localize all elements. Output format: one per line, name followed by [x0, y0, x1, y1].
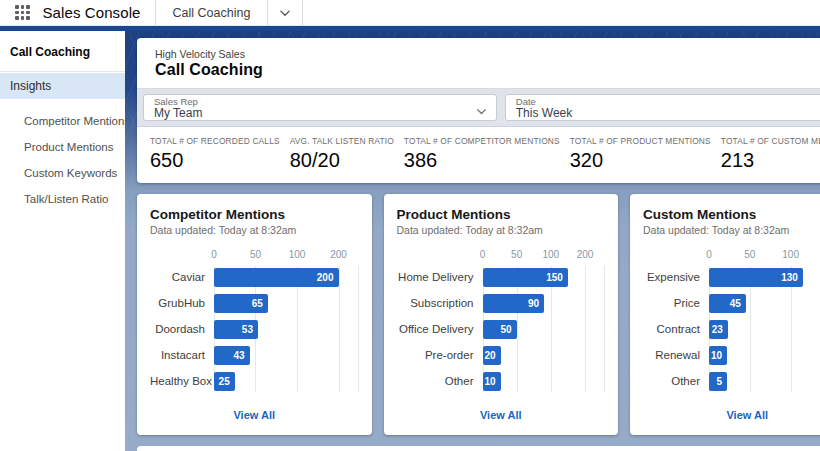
bar[interactable]: 150	[483, 268, 568, 287]
category-label: Renewal	[643, 349, 709, 361]
bar[interactable]: 65	[214, 294, 268, 313]
category-label: Caviar	[150, 271, 214, 283]
sidebar-item-custom-keywords[interactable]: Custom Keywords	[0, 160, 125, 186]
view-all-link[interactable]: View All	[480, 409, 522, 421]
category-label: Other	[397, 375, 483, 387]
bar-track: 53	[214, 320, 359, 339]
axis-tick: 100	[542, 249, 559, 260]
bar-track: 150	[483, 268, 606, 287]
sidebar-item-insights[interactable]: Insights	[0, 73, 125, 99]
card-subtitle: Data updated: Today at 8:32am	[643, 224, 820, 236]
bar[interactable]: 43	[214, 346, 250, 365]
date-filter[interactable]: Date This Week	[505, 94, 820, 121]
view-all-link[interactable]: View All	[233, 409, 275, 421]
bar[interactable]: 20	[483, 346, 501, 365]
product-mentions-card: Product Mentions Data updated: Today at …	[384, 194, 619, 435]
bar-row: Subscription90	[397, 290, 606, 316]
category-label: Home Delivery	[397, 271, 483, 283]
bar-value: 90	[528, 298, 539, 309]
bar-track: 65	[214, 294, 359, 313]
axis-tick: 200	[330, 249, 347, 260]
custom-mentions-bar-chart: 050100200 Expensive130Price45Contract23R…	[643, 249, 820, 394]
kpi-custom-mentions: TOTAL # OF CUSTOM MENTIONS 213	[721, 136, 820, 183]
bar-row: Other10	[397, 368, 606, 394]
competitor-mentions-bar-chart: 050100200 Caviar200GrubHub65Doordash53In…	[150, 249, 359, 394]
bar-value: 45	[730, 298, 741, 309]
bar-value: 65	[252, 298, 263, 309]
bar[interactable]: 10	[483, 372, 501, 391]
bar-row: Pre-order20	[397, 342, 606, 368]
card-title: Product Mentions	[397, 207, 606, 222]
competitor-mentions-card: Competitor Mentions Data updated: Today …	[137, 194, 372, 435]
bar-row: Home Delivery150	[397, 264, 606, 290]
bar-track: 200	[214, 268, 359, 287]
bar-row: Office Delivery50	[397, 316, 606, 342]
axis-tick: 0	[211, 249, 217, 260]
axis-tick: 50	[250, 249, 261, 260]
sidebar-item-competitor-mentions[interactable]: Competitor Mentions	[0, 108, 125, 134]
view-all-link[interactable]: View All	[726, 409, 768, 421]
sales-rep-filter[interactable]: Sales Rep My Team	[143, 94, 497, 121]
sidebar-item-product-mentions[interactable]: Product Mentions	[0, 134, 125, 160]
bar[interactable]: 10	[709, 346, 727, 365]
kpi-competitor-mentions: TOTAL # OF COMPETITOR MENTIONS 386	[404, 136, 560, 183]
bar-row: Price45	[643, 290, 820, 316]
axis-tick: 0	[480, 249, 486, 260]
category-label: Pre-order	[397, 349, 483, 361]
sidebar-item-talk-listen-ratio[interactable]: Talk/Listen Ratio	[0, 186, 125, 212]
sales-console-window: Sales Console Call Coaching Call Coachin…	[0, 0, 820, 451]
category-label: Doordash	[150, 323, 214, 335]
category-label: Expensive	[643, 271, 709, 283]
workspace-tabs: Call Coaching	[155, 0, 304, 25]
main-region: High Velocity Sales Call Coaching Sales …	[125, 31, 820, 451]
custom-mentions-card: Custom Mentions Data updated: Today at 8…	[630, 194, 820, 435]
bar-value: 150	[546, 272, 563, 283]
category-label: Price	[643, 297, 709, 309]
kpi-product-mentions: TOTAL # OF PRODUCT MENTIONS 320	[570, 136, 711, 183]
bar-track: 5	[709, 372, 820, 391]
bar-row: Instacart43	[150, 342, 359, 368]
bar-row: GrubHub65	[150, 290, 359, 316]
page-eyebrow: High Velocity Sales	[155, 48, 820, 60]
tab-dropdown-button[interactable]	[267, 0, 302, 25]
app-launcher-icon[interactable]	[15, 5, 30, 20]
sidebar-title: Call Coaching	[0, 41, 125, 71]
next-row-card-peek	[137, 446, 820, 451]
bar[interactable]: 25	[214, 372, 235, 391]
category-label: Subscription	[397, 297, 483, 309]
kpi-bar: TOTAL # OF RECORDED CALLS 650 AVG. TALK …	[137, 127, 820, 183]
category-label: GrubHub	[150, 297, 214, 309]
category-label: Contract	[643, 323, 709, 335]
axis-tick: 100	[289, 249, 306, 260]
card-subtitle: Data updated: Today at 8:32am	[150, 224, 359, 236]
bar-row: Other5	[643, 368, 820, 394]
card-title: Competitor Mentions	[150, 207, 359, 222]
bar-track: 10	[709, 346, 820, 365]
bar-value: 130	[781, 272, 798, 283]
bar-value: 10	[711, 350, 722, 361]
bar[interactable]: 5	[709, 372, 727, 391]
bar-track: 25	[214, 372, 359, 391]
bar-track: 43	[214, 346, 359, 365]
bar-value: 20	[484, 350, 495, 361]
axis-tick: 200	[577, 249, 594, 260]
bar[interactable]: 23	[709, 320, 728, 339]
filter-bar: Sales Rep My Team Date This Week	[137, 88, 820, 127]
bar-value: 53	[242, 324, 253, 335]
category-label: Other	[643, 375, 709, 387]
bar-row: Healthy Box25	[150, 368, 359, 394]
bar[interactable]: 50	[483, 320, 517, 339]
sidebar-nav: Call Coaching Insights Competitor Mentio…	[0, 31, 125, 451]
bar[interactable]: 200	[214, 268, 339, 287]
bar[interactable]: 90	[483, 294, 545, 313]
bar-track: 20	[483, 346, 606, 365]
bar-row: Renewal10	[643, 342, 820, 368]
bar-value: 23	[712, 324, 723, 335]
card-subtitle: Data updated: Today at 8:32am	[397, 224, 606, 236]
bar[interactable]: 45	[709, 294, 746, 313]
tab-call-coaching[interactable]: Call Coaching	[156, 0, 268, 25]
kpi-recorded-calls: TOTAL # OF RECORDED CALLS 650	[150, 136, 280, 183]
bar[interactable]: 53	[214, 320, 258, 339]
bar[interactable]: 130	[709, 268, 803, 287]
divider	[0, 71, 125, 72]
